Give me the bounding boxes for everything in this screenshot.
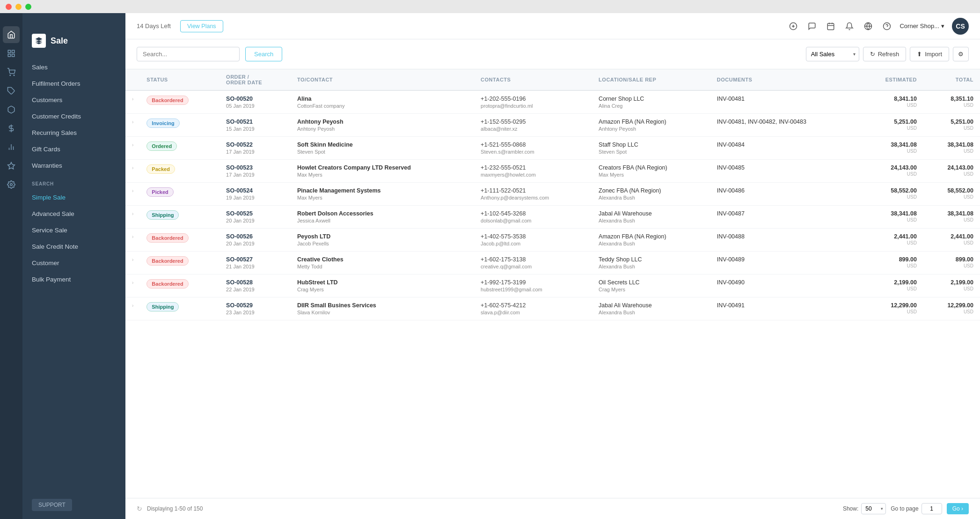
footer-left: ↻ Displaying 1-50 of 150 xyxy=(137,505,203,512)
goto-label: Go to page xyxy=(891,505,918,512)
chat-icon[interactable] xyxy=(807,21,817,31)
bell-icon[interactable] xyxy=(844,21,855,31)
column-settings-button[interactable]: ⚙ xyxy=(953,47,969,61)
svg-rect-1 xyxy=(12,50,15,52)
status-badge: Shipping xyxy=(146,302,179,311)
contact-email: slava.p@diir.com xyxy=(481,310,585,315)
goto-page-input[interactable] xyxy=(921,503,942,514)
nav-icon-dollar[interactable] xyxy=(3,120,20,137)
row-expand-arrow[interactable]: › xyxy=(132,142,133,148)
shop-selector[interactable]: Corner Shop... ▾ xyxy=(900,22,944,30)
sidebar-item-sales[interactable]: Sales xyxy=(22,59,125,75)
location-rep: Alexandra Bush xyxy=(599,241,704,246)
table-row[interactable]: › Picked SO-00524 19 Jan 2019 Pinacle Ma… xyxy=(125,183,980,206)
estimated-currency: USD xyxy=(865,171,917,177)
user-avatar[interactable]: CS xyxy=(952,18,969,35)
nav-icon-chart[interactable] xyxy=(3,139,20,156)
sidebar-item-gift-cards[interactable]: Gift Cards xyxy=(22,141,125,157)
total-currency: USD xyxy=(930,148,973,154)
total-currency: USD xyxy=(930,171,973,177)
order-date: 17 Jan 2019 xyxy=(226,149,284,155)
row-expand-arrow[interactable]: › xyxy=(132,257,133,262)
search-input[interactable] xyxy=(137,47,240,61)
contact-name: Robert Dolson Accessories xyxy=(297,210,468,217)
table-row[interactable]: › Invoicing SO-00521 15 Jan 2019 Anhtony… xyxy=(125,114,980,137)
location-name: Teddy Shop LLC xyxy=(599,256,704,263)
nav-icon-box[interactable] xyxy=(3,101,20,118)
table-row[interactable]: › Shipping SO-00525 20 Jan 2019 Robert D… xyxy=(125,206,980,229)
globe-icon[interactable] xyxy=(863,21,873,31)
view-plans-button[interactable]: View Plans xyxy=(180,20,223,32)
contact-company: CottonFast company xyxy=(297,103,468,109)
import-button[interactable]: ⬆ Import xyxy=(910,47,949,61)
estimated-amount: 24,143.00 xyxy=(865,164,917,171)
sidebar-title: Sale xyxy=(51,36,68,46)
sidebar-item-customer-credits[interactable]: Customer Credits xyxy=(22,108,125,125)
estimated-currency: USD xyxy=(865,126,917,131)
row-expand-arrow[interactable]: › xyxy=(132,96,133,102)
row-expand-arrow[interactable]: › xyxy=(132,303,133,308)
table-row[interactable]: › Backordered SO-00520 05 Jan 2019 Alina… xyxy=(125,90,980,114)
sidebar-item-recurring-sales[interactable]: Recurring Sales xyxy=(22,125,125,141)
add-icon[interactable] xyxy=(788,21,798,31)
documents-cell: INV-00481 xyxy=(710,90,859,114)
table-row[interactable]: › Backordered SO-00526 20 Jan 2019 Peyos… xyxy=(125,229,980,252)
sidebar-item-service-sale[interactable]: Service Sale xyxy=(22,222,125,238)
refresh-icon: ↻ xyxy=(870,51,875,58)
show-per-page: Show: 2550100 ▾ xyxy=(843,503,886,514)
sales-filter-select[interactable]: All SalesMy SalesBackorderedInvoicing xyxy=(806,47,859,61)
sidebar-collapse-button[interactable]: › xyxy=(22,516,125,519)
order-date: 23 Jan 2019 xyxy=(226,310,284,315)
location-name: Creators FBA (NA Region) xyxy=(599,164,704,171)
refresh-button[interactable]: ↻ Refresh xyxy=(863,47,907,61)
total-amount: 5,251.00 xyxy=(930,119,973,125)
sidebar-item-bulk-payment[interactable]: Bulk Payment xyxy=(22,271,125,288)
sidebar-item-customers[interactable]: Customers xyxy=(22,92,125,108)
nav-icon-tag[interactable] xyxy=(3,82,20,99)
row-expand-arrow[interactable]: › xyxy=(132,165,133,171)
documents-cell: INV-00484 xyxy=(710,137,859,160)
sidebar-item-warranties[interactable]: Warranties xyxy=(22,157,125,174)
calendar-icon[interactable] xyxy=(826,21,836,31)
row-expand-arrow[interactable]: › xyxy=(132,234,133,239)
sidebar-item-customer[interactable]: Customer xyxy=(22,255,125,271)
sidebar-item-advanced-sale[interactable]: Advanced Sale xyxy=(22,206,125,222)
table-row[interactable]: › Backordered SO-00527 21 Jan 2019 Creat… xyxy=(125,252,980,274)
nav-icon-cart[interactable] xyxy=(3,64,20,81)
help-icon[interactable] xyxy=(882,21,892,31)
sidebar-item-sale-credit-note[interactable]: Sale Credit Note xyxy=(22,238,125,255)
nav-icon-home[interactable] xyxy=(3,26,20,43)
row-expand-arrow[interactable]: › xyxy=(132,119,133,125)
row-expand-arrow[interactable]: › xyxy=(132,280,133,285)
contact-phone: +1-402-575-3538 xyxy=(481,233,585,240)
nav-icon-settings[interactable] xyxy=(3,176,20,193)
row-expand-arrow[interactable]: › xyxy=(132,188,133,193)
contact-name: Peyosh LTD xyxy=(297,233,468,240)
window-close-button[interactable] xyxy=(6,4,12,10)
sidebar-item-simple-sale[interactable]: Simple Sale xyxy=(22,189,125,206)
row-expand-arrow[interactable]: › xyxy=(132,211,133,216)
nav-icon-star[interactable] xyxy=(3,157,20,174)
window-minimize-button[interactable] xyxy=(15,4,22,10)
svg-rect-0 xyxy=(8,50,10,52)
window-maximize-button[interactable] xyxy=(25,4,31,10)
sidebar-item-fulfilment-orders[interactable]: Fulfilment Orders xyxy=(22,75,125,92)
location-name: Staff Shop LLC xyxy=(599,141,704,148)
contact-name: Alina xyxy=(297,96,468,102)
footer-refresh-icon[interactable]: ↻ xyxy=(137,505,142,512)
nav-icon-dashboard[interactable] xyxy=(3,45,20,62)
status-badge: Backordered xyxy=(146,96,188,105)
go-button[interactable]: Go › xyxy=(947,503,969,514)
table-row[interactable]: › Shipping SO-00529 23 Jan 2019 DIIR Sma… xyxy=(125,297,980,320)
support-button[interactable]: SUPPORT xyxy=(32,499,72,511)
status-badge: Packed xyxy=(146,164,175,174)
order-number: SO-00527 xyxy=(226,256,284,263)
table-row[interactable]: › Ordered SO-00522 17 Jan 2019 Soft Skin… xyxy=(125,137,980,160)
table-row[interactable]: › Backordered SO-00528 22 Jan 2019 HubSt… xyxy=(125,274,980,297)
status-badge: Backordered xyxy=(146,233,188,243)
documents-cell: INV-00491 xyxy=(710,297,859,320)
sidebar-support: SUPPORT xyxy=(22,494,125,516)
table-row[interactable]: › Packed SO-00523 17 Jan 2019 Howlet Cre… xyxy=(125,160,980,183)
search-button[interactable]: Search xyxy=(245,47,282,61)
show-per-page-select[interactable]: 2550100 xyxy=(861,503,886,514)
